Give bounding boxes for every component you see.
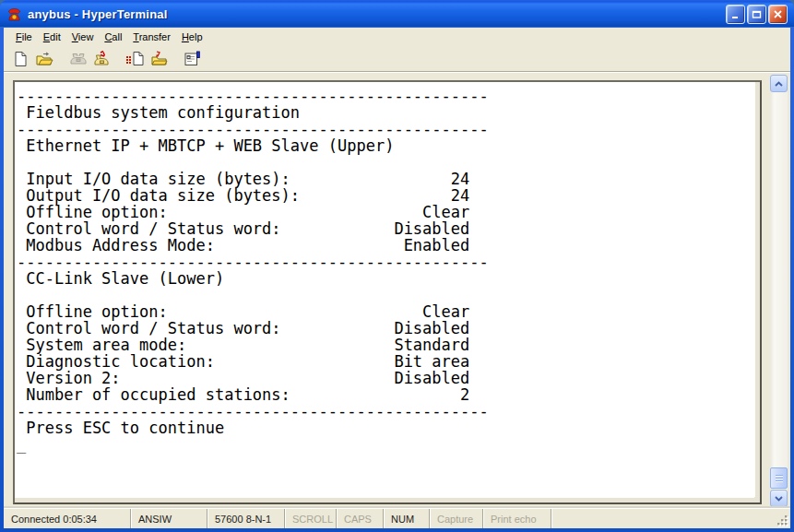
scroll-down-button[interactable] — [770, 490, 788, 507]
receive-button[interactable] — [147, 48, 170, 70]
hyperterminal-app-icon — [6, 6, 23, 21]
status-capture-label: Capture — [437, 514, 473, 525]
maximize-button[interactable] — [747, 5, 766, 24]
menu-help[interactable]: Help — [176, 30, 208, 44]
status-scroll-lock: SCROLL — [285, 509, 337, 528]
menu-call[interactable]: Call — [99, 30, 127, 44]
minimize-icon — [730, 9, 741, 19]
telephone-call-icon — [92, 51, 111, 66]
menu-bar: File Edit View Call Transfer Help — [4, 28, 790, 46]
toolbar — [4, 46, 790, 72]
status-emulation: ANSIW — [131, 509, 207, 528]
open-button[interactable] — [32, 48, 55, 70]
properties-sheet-icon — [184, 51, 201, 66]
receive-folder-icon — [149, 51, 168, 66]
vertical-scrollbar — [770, 75, 788, 507]
status-num-lock: NUM — [384, 509, 430, 528]
status-num-lock-label: NUM — [391, 514, 414, 525]
maximize-icon — [752, 9, 762, 19]
new-connection-button[interactable] — [9, 48, 32, 70]
menu-file[interactable]: File — [10, 30, 38, 44]
call-button[interactable] — [66, 48, 89, 70]
window-body: File Edit View Call Transfer Help — [4, 28, 790, 528]
status-connection: Connected 0:05:34 — [4, 509, 131, 528]
status-scroll-lock-label: SCROLL — [292, 514, 333, 525]
menu-view[interactable]: View — [66, 30, 100, 44]
scroll-up-button[interactable] — [770, 75, 788, 92]
status-baud: 57600 8-N-1 — [207, 509, 285, 528]
new-document-icon — [13, 51, 29, 67]
status-print-echo: Print echo — [483, 509, 551, 528]
scrollbar-track[interactable] — [770, 92, 788, 490]
chevron-up-icon — [775, 81, 783, 87]
send-file-icon — [125, 51, 145, 66]
window-controls — [724, 5, 788, 24]
terminal-text: ----------------------------------------… — [15, 82, 754, 453]
minimize-button[interactable] — [726, 5, 745, 24]
status-capture: Capture — [430, 509, 483, 528]
send-button[interactable] — [124, 48, 147, 70]
disconnect-button[interactable] — [89, 48, 113, 70]
scrollbar-thumb[interactable] — [770, 467, 788, 489]
status-connection-label: Connected 0:05:34 — [11, 514, 97, 525]
open-folder-icon — [35, 52, 53, 66]
status-emulation-label: ANSIW — [138, 514, 172, 525]
menu-transfer[interactable]: Transfer — [127, 30, 176, 44]
close-button[interactable] — [768, 5, 788, 24]
close-icon — [773, 9, 783, 19]
hyperterminal-window: anybus - HyperTerminal File Edit View Ca… — [0, 0, 794, 532]
terminal-screen[interactable]: ----------------------------------------… — [15, 82, 754, 497]
terminal-frame: ----------------------------------------… — [13, 80, 762, 504]
terminal-client-area: ----------------------------------------… — [4, 72, 790, 508]
window-title: anybus - HyperTerminal — [28, 7, 168, 21]
status-print-echo-label: Print echo — [491, 514, 537, 525]
menu-edit[interactable]: Edit — [38, 30, 66, 44]
chevron-down-icon — [775, 496, 783, 502]
telephone-icon — [69, 52, 88, 65]
resize-grip[interactable] — [776, 514, 788, 526]
status-caps-lock-label: CAPS — [344, 514, 372, 525]
status-caps-lock: CAPS — [337, 509, 384, 528]
title-bar[interactable]: anybus - HyperTerminal — [0, 0, 794, 28]
status-bar: Connected 0:05:34 ANSIW 57600 8-N-1 SCRO… — [4, 508, 790, 528]
properties-button[interactable] — [181, 48, 204, 70]
status-filler — [551, 509, 790, 528]
status-baud-label: 57600 8-N-1 — [215, 514, 271, 525]
